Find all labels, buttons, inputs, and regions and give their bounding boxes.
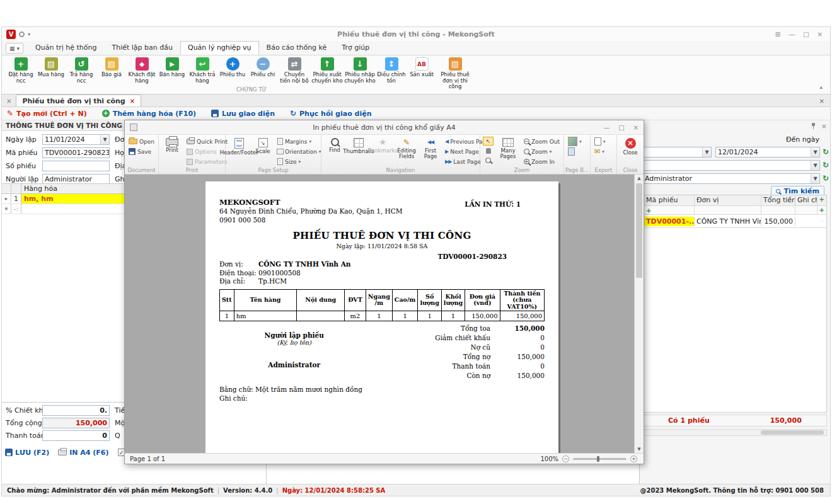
ma-phieu-cell[interactable]: TDV00001-... [644,217,695,226]
export-to-button[interactable]: ▾ [593,137,607,146]
zoom-dropdown[interactable]: Zoom▾ [523,147,561,156]
ghi-chu-cell[interactable] [795,220,823,222]
tong-tien-cell[interactable]: 150,000 [761,217,795,226]
ribbon-button-phieu-xuat-chuyen-kho[interactable]: Phiếu xuất chuyển kho [311,56,344,85]
editing-fields-button[interactable]: ✎Editing Fields [396,137,417,161]
quick-access-circle-icon[interactable] [19,32,25,37]
from-date-dropdown[interactable]: ▼ [642,147,712,158]
save-layout-button[interactable]: Lưu giao diện [211,110,275,118]
zoom-out-button[interactable]: Zoom Out [523,137,561,146]
orientation-button[interactable]: Orientation▾ [276,147,322,156]
chevron-down-icon[interactable]: ▼ [811,147,819,157]
user-filter-dropdown[interactable]: Administrator ▼ [642,173,820,184]
find-button[interactable]: Find [324,137,345,154]
pin-icon[interactable] [811,123,816,130]
ribbon-button-chuyen-tien-noi-bo[interactable]: Chuyển tiền nội bộ [278,56,311,85]
chiet-khau-input[interactable]: 0. [42,405,110,416]
don-vi-column-header[interactable]: Đơn vị [695,195,761,205]
ghi-chu-column-header[interactable]: Ghi chú [795,195,818,205]
filter-row[interactable]: + + [644,206,826,215]
bookmarks-button[interactable]: ★Bookmarks [372,137,393,155]
ribbon-button-tra-hang-ncc[interactable]: Trả hàng ncc [66,56,96,85]
first-page-button[interactable]: First Page [420,137,441,161]
title-bar[interactable]: V ▾ Phiếu thuê đơn vị thi công - MekongS… [2,27,830,41]
scrollbar-thumb[interactable] [636,183,642,278]
results-grid-header[interactable]: Mã phiếu Đơn vị Tổng tiền Ghi chú + [644,195,826,206]
ribbon-button-san-xuat[interactable]: Sản xuất [407,56,437,79]
zoom-slider[interactable] [573,458,627,460]
scrollbar-thumb[interactable] [761,430,824,435]
chevron-down-icon[interactable]: ▼ [811,174,819,183]
send-email-button[interactable]: ✉▾ [593,147,607,156]
ribbon-button-phieu-chi[interactable]: Phiếu chi [248,56,278,79]
hand-tool[interactable] [483,146,494,155]
print-a4-button[interactable]: IN A4 (F6) [58,449,108,457]
ribbon-button-dat-hang-ncc[interactable]: Đặt hàng ncc [6,56,36,85]
scale-button[interactable]: Scale [252,137,274,156]
ribbon-collapse-icon[interactable]: ▴ [819,84,823,90]
close-icon[interactable]: × [821,122,827,130]
filter-plus-icon[interactable]: + [646,207,651,214]
chevron-down-icon[interactable]: ▼ [100,135,109,144]
minimize-icon[interactable]: — [789,31,795,38]
scroll-up-icon[interactable]: ▲ [635,176,644,181]
to-date-dropdown[interactable]: 12/01/2024 ▼ [715,147,820,158]
zoom-in-button[interactable]: Zoom In [523,157,561,166]
don-vi-cell[interactable]: CÔNG TY TNHH Vĩnh An [695,217,761,226]
magnifier-tool[interactable] [483,156,494,164]
table-row[interactable]: TDV00001-... CÔNG TY TNHH Vĩnh An 150,00… [644,215,826,228]
ribbon-button-phieu-nhap-chuyen-kho[interactable]: Phiếu nhập chuyển kho [344,56,376,85]
header-footer-button[interactable]: Header/Footer [228,137,250,157]
fit-screen-icon[interactable]: ⊞ [775,31,780,38]
app-logo[interactable]: V [6,30,16,39]
chevron-down-icon[interactable]: ▼ [811,161,819,170]
ribbon-button-mua-hang[interactable]: Mua hàng [36,56,66,79]
refresh-icon[interactable]: ↻ [821,161,830,169]
chevron-down-icon[interactable]: ▼ [702,147,711,157]
ribbon-tab-quan-ly-nghiep-vu[interactable]: Quản lý nghiệp vụ [180,41,259,55]
ribbon-button-ban-hang[interactable]: Bán hàng [157,56,187,79]
ribbon-tab-tro-giup[interactable]: Trợ giúp [334,41,377,55]
close-icon[interactable]: × [818,31,823,38]
add-column-icon[interactable]: + [818,195,826,205]
quick-print-button[interactable]: Quick Print [185,137,229,146]
open-button[interactable]: Open [127,137,156,146]
close-icon[interactable]: × [633,124,638,131]
ribbon-menu-button[interactable]: ▦▾ [6,43,23,54]
restore-icon[interactable]: □ [803,31,809,38]
many-pages-button[interactable]: Many Pages [496,137,520,161]
preview-area[interactable]: MEKONGSOFT 64 Nguyễn Đình Chiểu, Phường … [125,175,644,453]
margins-button[interactable]: Margins▾ [276,137,322,146]
close-tab-left-icon[interactable]: × [2,98,16,106]
close-tab-right-icon[interactable]: × [814,98,830,106]
ribbon-button-khach-tra-hang[interactable]: Khách trả hàng [187,56,217,85]
dialog-title-bar[interactable]: In phiếu thuê đơn vị thi công khổ giấy A… [125,120,644,135]
ribbon-button-bao-gia[interactable]: Báo giá [96,56,127,79]
tong-tien-column-header[interactable]: Tổng tiền [761,195,795,205]
close-preview-button[interactable]: Close [620,137,641,157]
close-icon[interactable]: × [130,98,135,105]
mouse-pointer-tool[interactable]: ↖ [483,137,494,146]
zoom-slider-thumb[interactable] [597,456,599,462]
create-new-button[interactable]: ✎Tạo mới (Ctrl + N) [7,109,87,118]
ma-phieu-column-header[interactable]: Mã phiếu [644,195,695,205]
zoom-in-icon[interactable]: + [630,455,637,462]
ribbon-tab-bao-cao-thong-ke[interactable]: Báo cáo thống kê [259,41,335,55]
ribbon-button-dieu-chinh-ton[interactable]: Điều chỉnh tồn [376,56,407,85]
vertical-scrollbar[interactable]: ▲ ▼ [634,175,644,453]
ribbon-button-khach-dat-hang[interactable]: Khách đặt hàng [127,56,157,85]
refresh-icon[interactable]: ↻ [821,147,830,156]
zoom-out-icon[interactable]: − [562,455,569,462]
save-button[interactable]: LƯU (F2) [5,449,49,457]
add-item-button[interactable]: +Thêm hàng hóa (F10) [102,110,196,118]
unit-filter-dropdown[interactable]: ▼ [642,160,820,171]
horizontal-scrollbar[interactable] [644,429,827,436]
watermark-button[interactable] [567,147,583,156]
size-button[interactable]: Size▾ [276,157,322,166]
parameters-button[interactable]: Parameters [185,157,229,166]
minimize-icon[interactable]: — [603,124,610,131]
filter-plus-icon[interactable]: + [818,206,826,214]
new-row-cell[interactable]: -: [11,204,21,214]
print-button[interactable]: Print [161,137,183,154]
save-button[interactable]: Save [127,147,156,156]
